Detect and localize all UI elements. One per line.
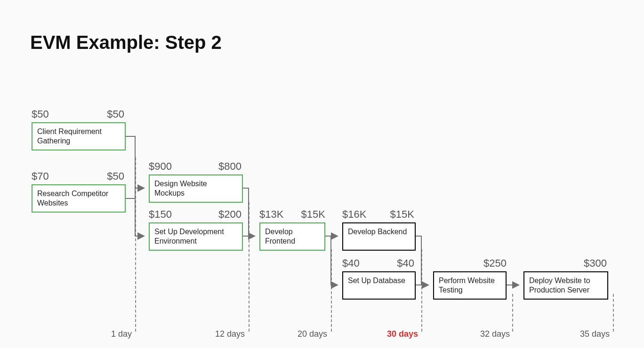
task-box-perform-testing: Perform Website Testing	[433, 271, 507, 300]
cost-value: $900	[149, 160, 172, 173]
task-label: Set Up Database	[348, 277, 405, 285]
timeline-marker	[249, 202, 250, 332]
cost-value: $70	[32, 170, 49, 182]
slide: EVM Example: Step 2 1 day 12 days 20 day…	[0, 0, 644, 348]
task-box-client-requirement: Client Requirement Gathering	[32, 122, 126, 150]
timeline-marker	[135, 158, 136, 332]
cost-value: $150	[149, 208, 172, 221]
task-box-setup-database: Set Up Database	[342, 271, 416, 300]
task-label: Develop Backend	[348, 228, 407, 236]
task-box-develop-backend: Develop Backend	[342, 222, 416, 251]
timeline-label: 32 days	[470, 329, 510, 339]
task-label: Perform Website Testing	[439, 277, 495, 294]
task-label: Set Up Development Environment	[154, 228, 224, 245]
cost-value: $50	[107, 170, 124, 182]
cost-value: $300	[523, 257, 607, 269]
task-label: Design Website Mockups	[154, 180, 207, 197]
timeline-label: 1 day	[94, 329, 132, 339]
timeline-label: 35 days	[570, 329, 610, 339]
timeline-label-highlight: 30 days	[377, 329, 418, 339]
task-box-research-competitor: Research Competitor Websites	[32, 184, 126, 213]
cost-value: $40	[397, 257, 414, 269]
cost-value: $16K	[342, 208, 366, 221]
timeline-label: 20 days	[287, 329, 327, 339]
timeline-marker	[512, 294, 513, 332]
task-box-deploy-prod: Deploy Website to Production Server	[523, 271, 608, 300]
timeline-label: 12 days	[205, 329, 245, 339]
cost-value: $800	[218, 160, 242, 173]
cost-value: $13K	[259, 208, 283, 221]
page-title: EVM Example: Step 2	[30, 32, 222, 53]
task-label: Deploy Website to Production Server	[529, 277, 590, 294]
task-box-setup-dev-env: Set Up Development Environment	[149, 222, 243, 251]
task-box-develop-frontend: Develop Frontend	[259, 222, 325, 251]
task-label: Research Competitor Websites	[37, 190, 108, 207]
cost-value: $15K	[390, 208, 414, 221]
task-label: Client Requirement Gathering	[37, 127, 102, 145]
task-box-design-mockups: Design Website Mockups	[149, 174, 243, 203]
cost-value: $250	[433, 257, 507, 269]
timeline-marker	[331, 249, 332, 332]
task-label: Develop Frontend	[265, 228, 295, 245]
cost-value: $40	[342, 257, 360, 269]
cost-value: $50	[32, 108, 49, 120]
cost-value: $200	[218, 208, 242, 221]
timeline-marker	[613, 294, 614, 332]
cost-value: $50	[107, 108, 124, 120]
cost-value: $15K	[301, 208, 325, 221]
timeline-marker	[421, 249, 422, 332]
